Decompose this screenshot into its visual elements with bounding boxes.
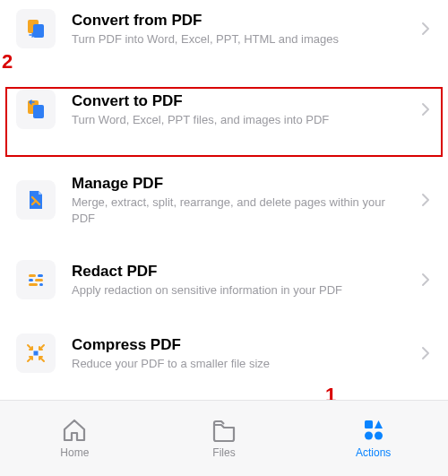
chevron-right-icon xyxy=(421,102,430,117)
tab-label: Actions xyxy=(356,446,391,459)
convert-from-pdf-icon xyxy=(16,9,56,48)
svg-rect-7 xyxy=(35,279,43,281)
row-subtitle: Merge, extract, split, rearrange, and de… xyxy=(72,195,405,226)
svg-rect-4 xyxy=(29,274,36,277)
tab-bar: Home Files Actions xyxy=(0,400,448,476)
actions-icon xyxy=(360,418,387,443)
tab-label: Files xyxy=(212,446,235,459)
home-icon xyxy=(61,418,88,443)
row-convert-to-pdf[interactable]: Convert to PDF Turn Word, Excel, PPT fil… xyxy=(0,77,448,142)
row-text: Convert to PDF Turn Word, Excel, PPT fil… xyxy=(72,91,405,128)
row-title: Convert from PDF xyxy=(72,11,405,30)
row-manage-pdf[interactable]: Manage PDF Merge, extract, split, rearra… xyxy=(0,161,448,238)
svg-rect-10 xyxy=(34,351,39,356)
tab-files[interactable]: Files xyxy=(150,401,299,476)
row-convert-from-pdf[interactable]: Convert from PDF Turn PDF into Word, Exc… xyxy=(0,0,448,57)
row-subtitle: Reduce your PDF to a smaller file size xyxy=(72,356,405,372)
chevron-right-icon xyxy=(421,193,430,207)
row-subtitle: Turn PDF into Word, Excel, PPT, HTML and… xyxy=(72,31,405,48)
row-text: Compress PDF Reduce your PDF to a smalle… xyxy=(72,335,405,372)
svg-rect-9 xyxy=(39,283,43,286)
svg-rect-6 xyxy=(29,279,33,281)
svg-rect-3 xyxy=(33,105,44,118)
tab-home[interactable]: Home xyxy=(0,401,150,476)
compress-pdf-icon xyxy=(16,333,56,373)
row-text: Convert from PDF Turn PDF into Word, Exc… xyxy=(72,11,405,48)
svg-rect-8 xyxy=(29,283,38,286)
tab-actions[interactable]: Actions xyxy=(298,401,448,476)
svg-point-12 xyxy=(365,432,373,440)
row-title: Redact PDF xyxy=(72,262,405,281)
row-compress-pdf[interactable]: Compress PDF Reduce your PDF to a smalle… xyxy=(0,321,448,385)
row-title: Convert to PDF xyxy=(72,91,405,110)
row-title: Compress PDF xyxy=(72,335,405,354)
chevron-right-icon xyxy=(421,273,430,287)
svg-rect-5 xyxy=(38,274,43,277)
row-text: Redact PDF Apply redaction on sensitive … xyxy=(72,262,405,299)
row-text: Manage PDF Merge, extract, split, rearra… xyxy=(72,174,405,226)
row-redact-pdf[interactable]: Redact PDF Apply redaction on sensitive … xyxy=(0,247,448,312)
files-icon xyxy=(211,418,237,443)
svg-point-13 xyxy=(375,432,383,440)
manage-pdf-icon xyxy=(16,180,56,220)
svg-rect-11 xyxy=(365,420,373,428)
chevron-right-icon xyxy=(421,346,430,360)
convert-to-pdf-icon xyxy=(16,90,56,129)
chevron-right-icon xyxy=(421,22,430,36)
redact-pdf-icon xyxy=(16,260,56,299)
row-subtitle: Apply redaction on sensitive information… xyxy=(72,282,405,299)
row-subtitle: Turn Word, Excel, PPT files, and images … xyxy=(72,112,405,128)
tab-label: Home xyxy=(60,446,89,459)
row-title: Manage PDF xyxy=(72,174,405,193)
actions-list: Convert from PDF Turn PDF into Word, Exc… xyxy=(0,0,448,385)
svg-rect-1 xyxy=(33,24,44,38)
